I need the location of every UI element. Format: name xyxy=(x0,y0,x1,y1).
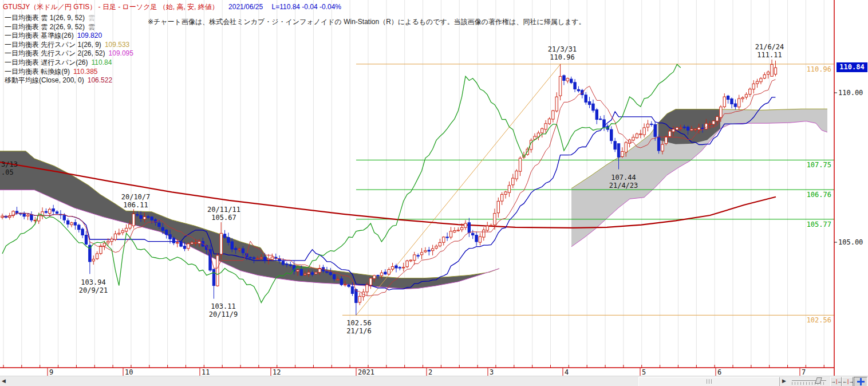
x-axis-month-label: 7 xyxy=(802,368,806,376)
compress-bars-button[interactable]: →|← xyxy=(830,377,842,386)
legend-row-cloud2: 一目均衡表 雲 2(26, 9, 52)雲 xyxy=(5,23,133,32)
candlestick-series xyxy=(1,60,777,315)
chart-annotation: .05 xyxy=(1,168,14,176)
x-axis-month-label: 12 xyxy=(273,368,281,376)
price-annotations: 21/3/31110.9621/6/24111.11107.4421/4/232… xyxy=(1,43,784,335)
pan-mode-button[interactable] xyxy=(854,377,867,386)
x-axis-month-label: 6 xyxy=(717,368,721,376)
chart-annotation: 20/11/9 xyxy=(209,310,238,318)
zoom-slider-ruler xyxy=(792,382,826,385)
ma200-value: 106.522 xyxy=(88,76,112,84)
chart-title: GTUSJY（米ドル／円 GTIS） - 日足 - ローソク足 （始, 高, 安… xyxy=(3,3,219,11)
legend-row-tenkan: 一目均衡表 転換線(9)110.385 xyxy=(5,68,133,77)
indicator-legend: 一目均衡表 雲 1(26, 9, 52)雲 一目均衡表 雲 2(26, 9, 5… xyxy=(5,14,133,85)
chart-header: GTUSJY（米ドル／円 GTIS） - 日足 - ローソク足 （始, 高, 安… xyxy=(3,2,341,12)
scrollbar-grip-icon xyxy=(707,379,712,384)
chart-annotation: 103.94 xyxy=(81,278,105,286)
chart-annotation: 20/11/11 xyxy=(207,206,240,214)
legend-row-senkou1: 一目均衡表 先行スパン 1(26, 9)109.533 xyxy=(5,41,133,50)
legend-row-ma200: 移動平均線(Close, 200, 0)106.522 xyxy=(5,76,133,85)
last-quote: L=110.84 -0.04 -0.04% xyxy=(272,3,342,11)
chart-annotation: 110.96 xyxy=(550,53,574,61)
bottom-scrollbar: ◀ ▶ →|← ←|→ xyxy=(0,376,868,386)
cloud1-swatch: 雲 xyxy=(88,14,95,22)
chart-annotation: 20/9/21 xyxy=(79,286,108,294)
chart-annotation: 102.56 xyxy=(346,319,371,327)
chart-annotation: 21/1/6 xyxy=(346,327,371,335)
chart-annotation: 21/4/23 xyxy=(609,182,638,190)
x-axis-month-label: 5 xyxy=(642,368,646,376)
chart-date: 2021/06/25 xyxy=(228,3,263,11)
pan-cross-icon xyxy=(857,378,865,385)
x-axis-month-label: 2021 xyxy=(358,368,374,376)
kijun-value: 109.820 xyxy=(77,31,102,40)
legend-row-lagging: 一目均衡表 遅行スパン(26)110.84 xyxy=(5,58,133,68)
tenkan-value: 110.385 xyxy=(73,68,98,76)
chart-annotation: 105.67 xyxy=(211,214,236,222)
x-axis-month-label: 3 xyxy=(490,368,494,376)
chart-annotation: 21/3/31 xyxy=(548,45,577,53)
green-level-label: 105.77 xyxy=(807,220,831,229)
legend-row-kijun: 一目均衡表 基準線(26)109.820 xyxy=(5,31,133,41)
scroll-left-button[interactable]: ◀ xyxy=(2,378,6,384)
legend-row-senkou2: 一目均衡表 先行スパン 2(26, 52)109.095 xyxy=(5,49,133,58)
x-axis-month-label: 11 xyxy=(202,368,210,376)
chart-annotation: 106.11 xyxy=(123,201,148,209)
x-axis-month-label: 4 xyxy=(565,368,569,376)
lagging-value: 110.84 xyxy=(92,58,112,66)
y-axis-price-label: 105.00 xyxy=(838,238,863,246)
chart-annotation: 21/6/24 xyxy=(755,43,784,51)
chart-annotation: 3/13 xyxy=(1,160,18,168)
orange-level-label: 102.56 xyxy=(807,316,831,324)
x-axis-month-label: 9 xyxy=(49,368,53,376)
scroll-right-button[interactable]: ▶ xyxy=(782,378,786,384)
green-level-label: 106.76 xyxy=(807,191,831,199)
x-axis-month-label: 10 xyxy=(125,368,133,376)
expand-bars-button[interactable]: ←|→ xyxy=(842,377,853,386)
chart-annotation: 107.44 xyxy=(611,174,636,182)
legend-row-cloud1: 一目均衡表 雲 1(26, 9, 52)雲 xyxy=(5,14,133,23)
x-axis-month-label: 2 xyxy=(428,368,432,376)
senkou2-value: 109.095 xyxy=(109,49,133,57)
chart-annotation: 20/10/7 xyxy=(121,193,151,201)
orange-level-label: 110.96 xyxy=(807,65,831,73)
tenkan-line xyxy=(2,80,775,296)
chart-annotation: 103.11 xyxy=(211,302,235,310)
scrollbar-thumb[interactable] xyxy=(638,377,780,386)
chart-window: 110.96102.56107.75106.76105.779101112202… xyxy=(0,0,868,386)
cloud2-swatch: 雲 xyxy=(88,23,95,31)
chart-annotation: 111.11 xyxy=(757,51,782,59)
copyright-notice: ※チャート画像は、株式会社ミンカブ・ジ・インフォノイドの Win-Station… xyxy=(148,17,586,27)
current-price-badge: 110.84 xyxy=(837,62,867,72)
green-level-label: 107.75 xyxy=(807,161,831,169)
y-axis-price-label: 110.00 xyxy=(838,89,863,97)
zoom-slider xyxy=(792,376,827,386)
senkou1-value: 109.533 xyxy=(105,41,129,49)
